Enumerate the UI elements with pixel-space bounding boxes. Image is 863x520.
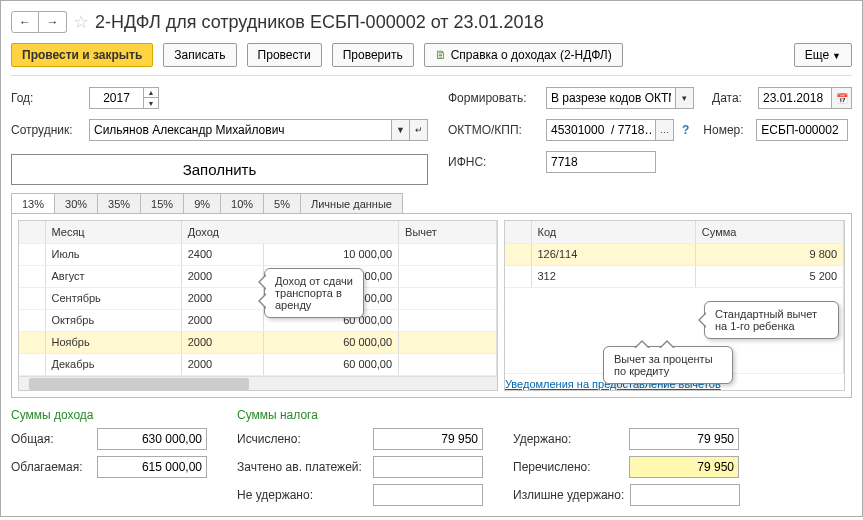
calc-input[interactable] (373, 428, 483, 450)
income-grid[interactable]: Месяц Доход Вычет Июль240010 000,00Авгус… (18, 220, 498, 391)
credited-input[interactable] (373, 456, 483, 478)
callout-rent: Доход от сдачи транспорта в аренду (264, 268, 364, 318)
back-button[interactable]: ← (11, 11, 39, 33)
calendar-icon[interactable]: 📅 (832, 87, 852, 109)
tab-13[interactable]: 13% (11, 193, 55, 213)
help-icon[interactable]: ? (682, 123, 689, 137)
tab-personal[interactable]: Личные данные (300, 193, 403, 213)
callout-credit: Вычет за проценты по кредиту (603, 346, 733, 384)
over-withheld-input[interactable] (630, 484, 740, 506)
year-label: Год: (11, 91, 81, 105)
tab-15[interactable]: 15% (140, 193, 184, 213)
employee-dropdown-button[interactable]: ▼ (392, 119, 410, 141)
number-input[interactable] (756, 119, 848, 141)
submit-button[interactable]: Провести (247, 43, 322, 67)
submit-close-button[interactable]: Провести и закрыть (11, 43, 153, 67)
oktmo-label: ОКТМО/КПП: (448, 123, 538, 137)
format-label: Формировать: (448, 91, 538, 105)
document-icon: 🗎 (435, 48, 447, 62)
fill-button[interactable]: Заполнить (11, 154, 428, 185)
income-totals-header: Суммы дохода (11, 408, 207, 422)
number-label: Номер: (703, 123, 748, 137)
year-up[interactable]: ▲ (144, 88, 158, 98)
report-button[interactable]: 🗎Справка о доходах (2-НДФЛ) (424, 43, 623, 67)
more-button[interactable]: Еще▼ (794, 43, 852, 67)
format-input[interactable] (546, 87, 676, 109)
withheld-input[interactable] (629, 428, 739, 450)
deduct-grid[interactable]: Код Сумма 126/1149 8003125 200 Уведомлен… (504, 220, 845, 391)
page-title: 2-НДФЛ для сотрудников ЕСБП-000002 от 23… (95, 12, 544, 33)
tax-totals-header: Суммы налога (237, 408, 483, 422)
year-down[interactable]: ▼ (144, 98, 158, 108)
oktmo-input[interactable] (546, 119, 656, 141)
format-dropdown-button[interactable]: ▾ (676, 87, 694, 109)
ifns-label: ИФНС: (448, 155, 538, 169)
table-row[interactable]: Июль240010 000,00 (19, 243, 497, 265)
employee-input[interactable] (89, 119, 392, 141)
ifns-input[interactable] (546, 151, 656, 173)
check-button[interactable]: Проверить (332, 43, 414, 67)
table-row[interactable]: 3125 200 (505, 265, 844, 287)
total-input[interactable] (97, 428, 207, 450)
not-withheld-input[interactable] (373, 484, 483, 506)
forward-button[interactable]: → (39, 11, 67, 33)
favorite-icon[interactable]: ☆ (73, 11, 89, 33)
table-row[interactable]: Декабрь200060 000,00 (19, 353, 497, 375)
employee-label: Сотрудник: (11, 123, 81, 137)
taxable-input[interactable] (97, 456, 207, 478)
employee-open-button[interactable]: ↵ (410, 119, 428, 141)
tab-5[interactable]: 5% (263, 193, 301, 213)
tab-10[interactable]: 10% (220, 193, 264, 213)
callout-child: Стандартный вычет на 1-го ребенка (704, 301, 839, 339)
date-label: Дата: (712, 91, 750, 105)
transferred-input[interactable] (629, 456, 739, 478)
year-input[interactable] (89, 87, 144, 109)
save-button[interactable]: Записать (163, 43, 236, 67)
tab-9[interactable]: 9% (183, 193, 221, 213)
table-row[interactable]: Октябрь200060 000,00 (19, 309, 497, 331)
tab-35[interactable]: 35% (97, 193, 141, 213)
rate-tabs: 13% 30% 35% 15% 9% 10% 5% Личные данные (11, 193, 852, 213)
oktmo-more-button[interactable]: … (656, 119, 674, 141)
tab-30[interactable]: 30% (54, 193, 98, 213)
table-row[interactable]: 126/1149 800 (505, 243, 844, 265)
date-input[interactable] (758, 87, 832, 109)
table-row[interactable]: Ноябрь200060 000,00 (19, 331, 497, 353)
